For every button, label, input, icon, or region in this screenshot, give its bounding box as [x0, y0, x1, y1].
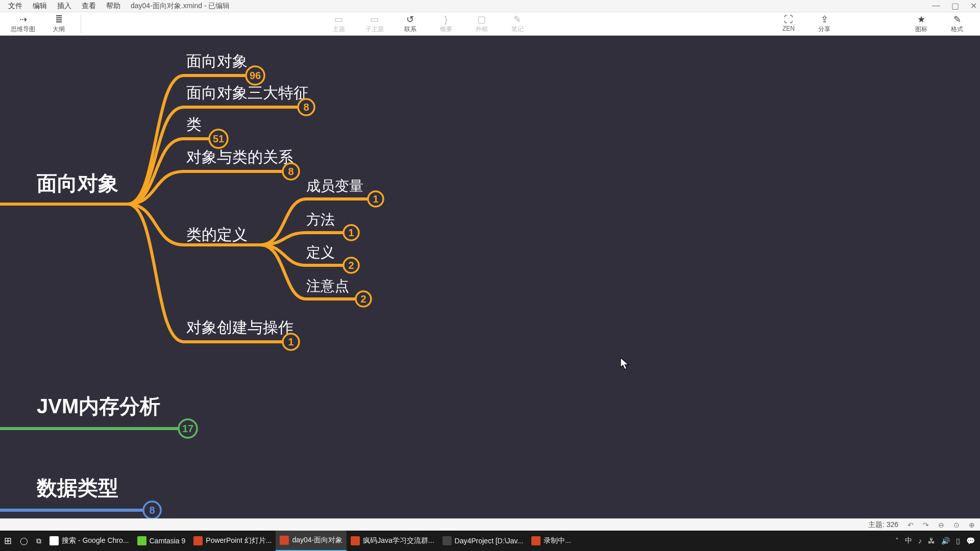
topic-button: ▭主题	[321, 14, 357, 34]
chrome-icon	[50, 536, 59, 545]
marker-icon: ★	[903, 14, 939, 25]
taskbar-qq1[interactable]: 疯码Java学习交流群...	[347, 531, 438, 551]
svg-text:1: 1	[373, 193, 378, 205]
node-child-4[interactable]: 对象与类的关系	[186, 148, 293, 165]
taskbar-rec[interactable]: 录制中...	[527, 531, 575, 551]
node-sub-1[interactable]: 成员变量	[306, 178, 363, 194]
taskbar-camtasia[interactable]: Camtasia 9	[133, 531, 190, 551]
taskbar-chrome[interactable]: 搜索 - Google Chro...	[45, 531, 133, 551]
zoom-in-icon[interactable]: ⊕	[969, 521, 975, 529]
outline-view-button[interactable]: ≣大纲	[41, 14, 77, 34]
redo-icon[interactable]: ↷	[923, 521, 929, 529]
toolbar: ⇢思维导图≣大纲 ▭主题▭子主题↺联系}概要▢外框✎笔记 ⛶ZEN⇪分享 ★图标…	[0, 12, 980, 36]
camtasia-icon	[137, 536, 146, 545]
taskbar-idea[interactable]: Day4Project [D:\Jav...	[438, 531, 527, 551]
ppt-icon	[193, 536, 203, 545]
mindmap-view-button[interactable]: ⇢思维导图	[5, 14, 41, 34]
topic-icon: ▭	[321, 14, 357, 25]
topic-count-label: 主题: 326	[868, 520, 898, 530]
cortana-icon[interactable]: ◯	[16, 531, 32, 551]
boundary-button: ▢外框	[464, 14, 500, 34]
menu-file[interactable]: 文件	[3, 2, 28, 11]
qq1-icon	[351, 536, 360, 545]
start-button[interactable]: ⊞	[0, 531, 16, 551]
svg-text:17: 17	[182, 423, 193, 434]
zen-button[interactable]: ⛶ZEN	[771, 14, 806, 34]
format-icon: ✎	[939, 14, 975, 25]
node-sub-4[interactable]: 注意点	[306, 278, 349, 294]
node-child-1[interactable]: 面向对象	[186, 53, 248, 69]
taskbar: ⊞ ◯ ⧉ 搜索 - Google Chro...Camtasia 9Power…	[0, 531, 980, 551]
marker-button[interactable]: ★图标	[903, 14, 939, 34]
node-child-5[interactable]: 类的定义	[186, 226, 248, 243]
format-button[interactable]: ✎格式	[939, 14, 975, 34]
svg-text:8: 8	[303, 102, 309, 113]
svg-text:2: 2	[360, 293, 366, 305]
window-title: day04-面向对象.xmind - 已编辑	[131, 2, 230, 11]
node-root-3[interactable]: 数据类型	[36, 477, 118, 499]
subtopic-icon: ▭	[357, 14, 393, 25]
taskbar-ppt[interactable]: PowerPoint 幻灯片...	[189, 531, 276, 551]
taskview-icon[interactable]: ⧉	[32, 531, 45, 551]
zoom-fit-icon[interactable]: ⊙	[953, 521, 960, 529]
svg-text:51: 51	[213, 133, 224, 144]
node-sub-2[interactable]: 方法	[306, 212, 335, 228]
volume-icon[interactable]: 🔊	[941, 537, 950, 545]
node-root-2[interactable]: JVM内存分析	[37, 395, 160, 417]
svg-text:1: 1	[348, 227, 354, 238]
ime-icon[interactable]: 中	[905, 536, 912, 545]
notifications-icon[interactable]: 💬	[966, 537, 975, 545]
node-child-2[interactable]: 面向对象三大特征	[186, 84, 309, 101]
battery-icon[interactable]: ▯	[956, 537, 960, 545]
mindmap-svg[interactable]: 面向对象 面向对象 面向对象三大特征 类 对象与类的关系 类的定义 对象创建与操…	[0, 36, 980, 518]
svg-text:8: 8	[149, 505, 155, 516]
svg-text:1: 1	[288, 336, 293, 347]
menu-bar: 文件 编辑 插入 查看 帮助 day04-面向对象.xmind - 已编辑 — …	[0, 0, 980, 12]
share-icon: ⇪	[806, 14, 842, 25]
rec-icon	[531, 536, 541, 545]
network-icon[interactable]: 🖧	[928, 537, 935, 545]
status-bar: 主题: 326 ↶ ↷ ⊖ ⊙ ⊕	[0, 518, 980, 531]
boundary-icon: ▢	[464, 14, 500, 25]
menu-edit[interactable]: 编辑	[28, 2, 52, 11]
xmind-icon	[280, 536, 289, 545]
svg-text:2: 2	[348, 260, 354, 271]
zen-icon: ⛶	[771, 14, 806, 25]
svg-text:96: 96	[250, 70, 261, 81]
minimize-button[interactable]: —	[932, 1, 940, 11]
svg-text:8: 8	[288, 166, 293, 177]
note-button: ✎笔记	[500, 14, 535, 34]
relation-icon: ↺	[393, 14, 428, 25]
tray-up-icon[interactable]: ˄	[895, 537, 899, 545]
summary-button: }概要	[428, 14, 464, 34]
node-sub-3[interactable]: 定义	[306, 244, 335, 260]
summary-icon: }	[428, 14, 464, 25]
canvas[interactable]: 面向对象 面向对象 面向对象三大特征 类 对象与类的关系 类的定义 对象创建与操…	[0, 36, 980, 518]
undo-icon[interactable]: ↶	[908, 521, 914, 529]
tray-icon[interactable]: ♪	[918, 537, 922, 545]
system-tray[interactable]: ˄ 中 ♪ 🖧 🔊 ▯ 💬	[890, 536, 980, 545]
relation-button[interactable]: ↺联系	[393, 14, 428, 34]
menu-help[interactable]: 帮助	[101, 2, 126, 11]
node-root-1[interactable]: 面向对象	[37, 172, 118, 194]
mindmap-view-icon: ⇢	[5, 14, 41, 25]
outline-view-icon: ≣	[41, 14, 77, 25]
taskbar-xmind[interactable]: day04-面向对象	[276, 531, 347, 551]
node-child-3[interactable]: 类	[186, 116, 202, 133]
subtopic-button: ▭子主题	[357, 14, 393, 34]
share-button[interactable]: ⇪分享	[806, 14, 842, 34]
note-icon: ✎	[500, 14, 535, 25]
maximize-button[interactable]: ▢	[951, 1, 959, 11]
idea-icon	[443, 536, 452, 545]
zoom-out-icon[interactable]: ⊖	[938, 521, 944, 529]
node-child-6[interactable]: 对象创建与操作	[186, 319, 293, 336]
menu-insert[interactable]: 插入	[52, 2, 77, 11]
menu-view[interactable]: 查看	[77, 2, 101, 11]
close-button[interactable]: ✕	[970, 1, 977, 11]
